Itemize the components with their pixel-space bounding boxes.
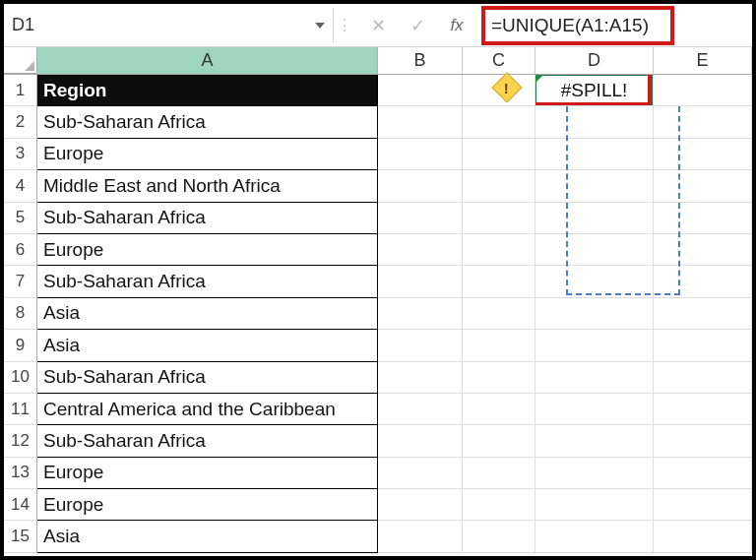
cell[interactable]	[536, 170, 654, 202]
cell[interactable]: Asia	[37, 521, 378, 552]
row-header[interactable]: 8	[4, 298, 37, 330]
cell[interactable]	[536, 425, 654, 457]
row-header[interactable]: 1	[4, 75, 37, 106]
cell[interactable]	[378, 394, 463, 425]
cell[interactable]	[463, 425, 536, 457]
cell[interactable]	[654, 234, 752, 266]
row-header[interactable]: 6	[4, 234, 37, 266]
cell[interactable]	[536, 234, 654, 266]
cell[interactable]	[463, 298, 536, 330]
cell[interactable]	[378, 458, 463, 489]
cell[interactable]	[378, 234, 463, 266]
cell[interactable]: Europe	[37, 139, 378, 170]
cell[interactable]	[463, 203, 536, 234]
column-header-E[interactable]: E	[654, 47, 752, 74]
cell[interactable]	[378, 170, 463, 202]
cell[interactable]	[536, 521, 654, 552]
column-header-D[interactable]: D	[536, 47, 654, 74]
cell[interactable]	[654, 106, 752, 138]
cell[interactable]	[536, 139, 654, 170]
row-header[interactable]: 10	[4, 362, 37, 394]
row-header[interactable]: 9	[4, 330, 37, 361]
cell[interactable]	[654, 425, 752, 457]
cell[interactable]	[463, 234, 536, 266]
cell[interactable]	[463, 139, 536, 170]
cell[interactable]: Europe	[37, 489, 378, 521]
cell[interactable]	[378, 489, 463, 521]
cell[interactable]	[463, 170, 536, 202]
column-header-A[interactable]: A	[37, 47, 378, 74]
cell[interactable]	[654, 266, 752, 297]
cell[interactable]	[463, 362, 536, 394]
dropdown-icon[interactable]	[315, 23, 325, 29]
cell-A1[interactable]: Region	[37, 75, 378, 106]
row-header[interactable]: 2	[4, 106, 37, 138]
row-header[interactable]: 13	[4, 458, 37, 489]
cell[interactable]	[536, 298, 654, 330]
cell[interactable]	[463, 106, 536, 138]
cell[interactable]	[536, 394, 654, 425]
cell[interactable]	[463, 330, 536, 361]
cell[interactable]	[654, 330, 752, 361]
cell[interactable]: Central America and the Caribbean	[37, 394, 378, 425]
cell[interactable]	[654, 489, 752, 521]
row-header[interactable]: 15	[4, 521, 37, 552]
cell[interactable]	[378, 330, 463, 361]
row-header[interactable]: 7	[4, 266, 37, 297]
row-header[interactable]: 12	[4, 425, 37, 457]
enter-icon[interactable]: ✓	[405, 13, 430, 38]
cell[interactable]	[536, 362, 654, 394]
cell[interactable]	[654, 362, 752, 394]
column-header-C[interactable]: C	[463, 47, 536, 74]
cell[interactable]	[378, 266, 463, 297]
cell[interactable]: Asia	[37, 330, 378, 361]
select-all-button[interactable]	[4, 47, 37, 74]
formula-input[interactable]: =UNIQUE(A1:A15)	[483, 9, 746, 42]
cell[interactable]	[654, 170, 752, 202]
cell[interactable]: Middle East and North Africa	[37, 170, 378, 202]
cell[interactable]: Sub-Saharan Africa	[37, 266, 378, 297]
cell[interactable]	[536, 458, 654, 489]
cell[interactable]	[378, 362, 463, 394]
cell[interactable]	[463, 521, 536, 552]
cell[interactable]: Sub-Saharan Africa	[37, 425, 378, 457]
cell[interactable]	[378, 203, 463, 234]
cell[interactable]	[463, 394, 536, 425]
row-header[interactable]: 3	[4, 139, 37, 170]
cell[interactable]	[654, 458, 752, 489]
cell[interactable]	[654, 75, 752, 106]
cell[interactable]	[378, 139, 463, 170]
cell[interactable]: Sub-Saharan Africa	[37, 362, 378, 394]
column-header-B[interactable]: B	[378, 47, 463, 74]
cell[interactable]	[654, 203, 752, 234]
cell[interactable]	[654, 139, 752, 170]
cell[interactable]: Europe	[37, 458, 378, 489]
cell[interactable]	[378, 298, 463, 330]
row-header[interactable]: 5	[4, 203, 37, 234]
cell[interactable]	[378, 106, 463, 138]
cell[interactable]	[463, 266, 536, 297]
cell[interactable]	[536, 266, 654, 297]
name-box[interactable]: D1	[4, 8, 334, 43]
cell[interactable]	[654, 298, 752, 330]
cell[interactable]: Asia	[37, 298, 378, 330]
row-header[interactable]: 4	[4, 170, 37, 202]
cell[interactable]: Sub-Saharan Africa	[37, 203, 378, 234]
cell[interactable]: Europe	[37, 234, 378, 266]
fx-icon[interactable]: fx	[444, 13, 470, 38]
row-header[interactable]: 14	[4, 489, 37, 521]
cell-D1[interactable]: #SPILL!	[536, 75, 654, 106]
cell[interactable]	[654, 394, 752, 425]
cell[interactable]	[378, 521, 463, 552]
cell[interactable]	[536, 330, 654, 361]
cell[interactable]	[378, 75, 463, 106]
row-header[interactable]: 11	[4, 394, 37, 425]
cell[interactable]	[463, 458, 536, 489]
cell[interactable]	[463, 489, 536, 521]
cancel-icon[interactable]: ✕	[365, 13, 391, 38]
cell[interactable]	[536, 489, 654, 521]
cell[interactable]	[536, 106, 654, 138]
cell[interactable]	[654, 521, 752, 552]
cell[interactable]: Sub-Saharan Africa	[37, 106, 378, 138]
cell[interactable]	[536, 203, 654, 234]
